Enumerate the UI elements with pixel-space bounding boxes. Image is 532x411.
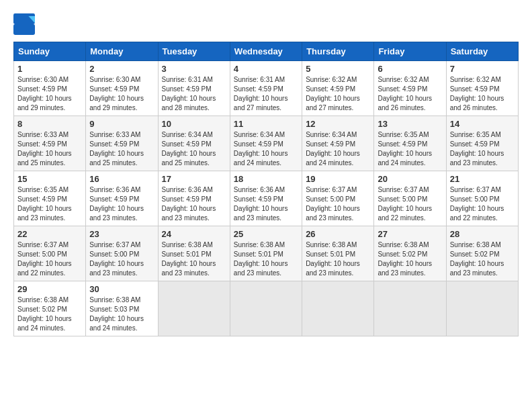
day-number: 18 (234, 174, 298, 184)
day-info: Sunrise: 6:32 AM Sunset: 4:59 PM Dayligh… (450, 75, 515, 113)
daylight-label: Daylight: 10 hours and 29 minutes. (89, 95, 144, 111)
day-number: 25 (234, 229, 298, 239)
sunset-label: Sunset: 4:59 PM (162, 85, 212, 93)
sunset-label: Sunset: 4:59 PM (162, 140, 212, 148)
day-number: 23 (89, 229, 154, 239)
daylight-label: Daylight: 10 hours and 25 minutes. (17, 150, 72, 167)
sunrise-label: Sunrise: 6:37 AM (306, 186, 357, 193)
calendar-cell: 29 Sunrise: 6:38 AM Sunset: 5:02 PM Dayl… (14, 281, 86, 336)
sunset-label: Sunset: 4:59 PM (450, 140, 500, 148)
daylight-label: Daylight: 10 hours and 25 minutes. (162, 150, 216, 167)
daylight-label: Daylight: 10 hours and 26 minutes. (378, 95, 432, 111)
sunrise-label: Sunrise: 6:35 AM (17, 186, 69, 193)
sunset-label: Sunset: 4:59 PM (89, 85, 139, 93)
calendar-cell (158, 281, 230, 336)
calendar-cell: 6 Sunrise: 6:32 AM Sunset: 4:59 PM Dayli… (374, 61, 446, 116)
day-info: Sunrise: 6:37 AM Sunset: 5:00 PM Dayligh… (378, 185, 442, 223)
daylight-label: Daylight: 10 hours and 22 minutes. (450, 205, 504, 222)
calendar-cell: 13 Sunrise: 6:35 AM Sunset: 4:59 PM Dayl… (374, 116, 446, 171)
day-info: Sunrise: 6:38 AM Sunset: 5:02 PM Dayligh… (378, 240, 442, 278)
sunset-label: Sunset: 5:01 PM (234, 250, 283, 258)
sunrise-label: Sunrise: 6:36 AM (234, 186, 285, 193)
day-number: 4 (234, 64, 298, 74)
day-number: 29 (17, 284, 82, 294)
sunset-label: Sunset: 4:59 PM (450, 85, 500, 93)
sunset-label: Sunset: 4:59 PM (234, 85, 283, 93)
daylight-label: Daylight: 10 hours and 24 minutes. (378, 150, 432, 167)
calendar-week-row: 1 Sunrise: 6:30 AM Sunset: 4:59 PM Dayli… (14, 61, 519, 116)
day-info: Sunrise: 6:37 AM Sunset: 5:00 PM Dayligh… (450, 185, 515, 223)
day-info: Sunrise: 6:38 AM Sunset: 5:02 PM Dayligh… (450, 240, 515, 278)
daylight-label: Daylight: 10 hours and 24 minutes. (306, 150, 360, 167)
sunset-label: Sunset: 4:59 PM (306, 85, 355, 93)
daylight-label: Daylight: 10 hours and 23 minutes. (450, 150, 504, 167)
column-header-thursday: Thursday (302, 42, 374, 61)
sunset-label: Sunset: 4:59 PM (378, 85, 427, 93)
logo-icon (13, 13, 35, 35)
daylight-label: Daylight: 10 hours and 23 minutes. (450, 260, 504, 277)
sunset-label: Sunset: 4:59 PM (162, 195, 212, 203)
day-info: Sunrise: 6:34 AM Sunset: 4:59 PM Dayligh… (234, 130, 298, 168)
calendar-cell: 10 Sunrise: 6:34 AM Sunset: 4:59 PM Dayl… (158, 116, 230, 171)
sunrise-label: Sunrise: 6:30 AM (89, 76, 140, 83)
sunrise-label: Sunrise: 6:36 AM (89, 186, 140, 193)
calendar-cell: 4 Sunrise: 6:31 AM Sunset: 4:59 PM Dayli… (230, 61, 302, 116)
day-info: Sunrise: 6:31 AM Sunset: 4:59 PM Dayligh… (234, 75, 298, 113)
day-number: 6 (378, 64, 442, 74)
sunset-label: Sunset: 5:01 PM (162, 250, 212, 258)
daylight-label: Daylight: 10 hours and 23 minutes. (306, 260, 360, 277)
day-info: Sunrise: 6:37 AM Sunset: 5:00 PM Dayligh… (17, 240, 82, 278)
calendar-cell: 19 Sunrise: 6:37 AM Sunset: 5:00 PM Dayl… (302, 171, 374, 226)
day-number: 27 (378, 229, 442, 239)
calendar-header-row: SundayMondayTuesdayWednesdayThursdayFrid… (14, 42, 519, 61)
daylight-label: Daylight: 10 hours and 23 minutes. (89, 205, 144, 222)
day-info: Sunrise: 6:36 AM Sunset: 4:59 PM Dayligh… (89, 185, 154, 223)
day-number: 30 (89, 284, 154, 294)
calendar-cell: 24 Sunrise: 6:38 AM Sunset: 5:01 PM Dayl… (158, 226, 230, 281)
calendar-cell (230, 281, 302, 336)
column-header-sunday: Sunday (14, 42, 86, 61)
calendar-cell: 21 Sunrise: 6:37 AM Sunset: 5:00 PM Dayl… (446, 171, 518, 226)
daylight-label: Daylight: 10 hours and 23 minutes. (234, 260, 288, 277)
day-info: Sunrise: 6:37 AM Sunset: 5:00 PM Dayligh… (306, 185, 370, 223)
daylight-label: Daylight: 10 hours and 25 minutes. (89, 150, 144, 167)
calendar-week-row: 22 Sunrise: 6:37 AM Sunset: 5:00 PM Dayl… (14, 226, 519, 281)
sunset-label: Sunset: 4:59 PM (306, 140, 355, 148)
day-info: Sunrise: 6:31 AM Sunset: 4:59 PM Dayligh… (162, 75, 226, 113)
sunrise-label: Sunrise: 6:38 AM (17, 296, 69, 304)
day-number: 22 (17, 229, 82, 239)
sunset-label: Sunset: 5:02 PM (378, 250, 427, 258)
day-info: Sunrise: 6:38 AM Sunset: 5:01 PM Dayligh… (306, 240, 370, 278)
day-number: 19 (306, 174, 370, 184)
sunset-label: Sunset: 4:59 PM (17, 195, 67, 203)
daylight-label: Daylight: 10 hours and 23 minutes. (234, 205, 288, 222)
logo (13, 13, 38, 35)
day-number: 14 (450, 119, 515, 129)
daylight-label: Daylight: 10 hours and 24 minutes. (17, 315, 72, 332)
sunset-label: Sunset: 5:00 PM (450, 195, 500, 203)
column-header-monday: Monday (86, 42, 158, 61)
sunrise-label: Sunrise: 6:32 AM (306, 76, 357, 83)
sunrise-label: Sunrise: 6:36 AM (162, 186, 213, 193)
sunrise-label: Sunrise: 6:38 AM (306, 241, 357, 248)
sunset-label: Sunset: 5:00 PM (17, 250, 67, 258)
sunrise-label: Sunrise: 6:38 AM (450, 241, 501, 248)
daylight-label: Daylight: 10 hours and 22 minutes. (378, 205, 432, 222)
calendar-cell (446, 281, 518, 336)
sunrise-label: Sunrise: 6:38 AM (234, 241, 285, 248)
day-number: 21 (450, 174, 515, 184)
calendar-cell (302, 281, 374, 336)
sunrise-label: Sunrise: 6:33 AM (17, 131, 69, 138)
daylight-label: Daylight: 10 hours and 24 minutes. (89, 315, 144, 332)
sunset-label: Sunset: 5:00 PM (378, 195, 427, 203)
day-number: 5 (306, 64, 370, 74)
calendar-cell: 16 Sunrise: 6:36 AM Sunset: 4:59 PM Dayl… (86, 171, 158, 226)
sunset-label: Sunset: 4:59 PM (234, 195, 283, 203)
daylight-label: Daylight: 10 hours and 22 minutes. (17, 260, 72, 277)
daylight-label: Daylight: 10 hours and 27 minutes. (234, 95, 288, 111)
day-info: Sunrise: 6:33 AM Sunset: 4:59 PM Dayligh… (17, 130, 82, 168)
calendar-cell: 15 Sunrise: 6:35 AM Sunset: 4:59 PM Dayl… (14, 171, 86, 226)
sunset-label: Sunset: 4:59 PM (378, 140, 427, 148)
sunset-label: Sunset: 5:00 PM (89, 250, 139, 258)
sunrise-label: Sunrise: 6:38 AM (378, 241, 429, 248)
